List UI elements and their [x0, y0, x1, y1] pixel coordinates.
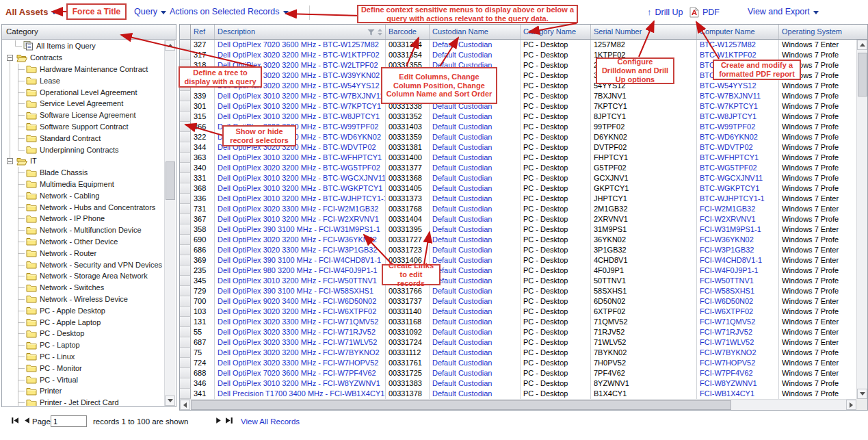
description-link[interactable]: Dell OptiPlex 390 3100 MHz - FCI-W31M9PS…: [218, 225, 380, 233]
computer-name-link[interactable]: BTC-W8JPTCY1: [700, 112, 757, 120]
row-selector[interactable]: [180, 204, 191, 214]
grid-vertical-scrollbar[interactable]: [856, 40, 867, 399]
tree-item[interactable]: PC - Linux: [3, 351, 163, 363]
computer-name-link[interactable]: FCI-W6XTPF02: [700, 307, 753, 315]
tree-item[interactable]: Multimedia Equipment: [3, 179, 163, 190]
custodian-link[interactable]: Default Custodian: [432, 389, 492, 398]
custodian-link[interactable]: Default Custodian: [432, 112, 492, 120]
row-selector[interactable]: [180, 153, 191, 163]
row-selector[interactable]: [180, 389, 191, 399]
tree-item[interactable]: Software License Agreement: [3, 109, 163, 121]
query-title-dropdown[interactable]: All Assets: [5, 7, 57, 17]
tree-collapse-icon[interactable]: [7, 158, 13, 164]
tree-item[interactable]: PC - Apple Laptop: [3, 316, 163, 328]
custodian-link[interactable]: Default Custodian: [432, 40, 492, 49]
description-link[interactable]: Dell OptiPlex 3020 3200 MHz - FCI-W36YKN…: [218, 235, 377, 244]
computer-name-link[interactable]: FCI-W7PF4V62: [700, 369, 753, 377]
tree-item[interactable]: Service Level Agreement: [3, 98, 163, 109]
row-selector[interactable]: [180, 327, 191, 337]
custodian-link[interactable]: Default Custodian: [432, 338, 492, 346]
computer-name-link[interactable]: BTC-WDVTP02: [700, 143, 753, 151]
computer-name-link[interactable]: BTC-WJHPTCY1-1: [700, 194, 765, 203]
actions-menu-dropdown[interactable]: Actions on Selected Records: [170, 7, 289, 16]
grid-horizontal-scrollbar[interactable]: [180, 399, 856, 410]
page-input[interactable]: [51, 415, 87, 427]
view-all-records-link[interactable]: View All Records: [241, 417, 300, 426]
tree-item[interactable]: Network - Switches: [3, 282, 163, 294]
row-selector[interactable]: [180, 132, 191, 142]
tree-item[interactable]: Contracts: [3, 52, 163, 64]
custodian-link[interactable]: Default Custodian: [432, 174, 492, 182]
computer-name-link[interactable]: BTC-WGKPTCY1: [700, 184, 759, 192]
description-link[interactable]: Dell OptiPlex 3010 3200 MHz - BTC-WFHPTC…: [218, 153, 382, 161]
description-link[interactable]: Dell OptiPlex 980 3200 MHz - FCI-W4F0J9P…: [218, 266, 378, 274]
tree-item[interactable]: Hardware Maintenance Contract: [3, 64, 163, 75]
computer-name-link[interactable]: FCI-WB1X4CY1: [700, 389, 754, 398]
tree-item[interactable]: Network - Multifunction Device: [3, 224, 163, 236]
tree-item[interactable]: PC - Laptop: [3, 339, 163, 351]
description-link[interactable]: Dell OptiPlex 3010 3200 MHz - BTC-WGKPTC…: [218, 184, 382, 192]
description-link[interactable]: Dell OptiPlex 3010 3200 MHz - BTC-WGCXJN…: [218, 174, 386, 182]
tree-item[interactable]: Printer: [3, 385, 163, 397]
computer-name-link[interactable]: BTC-W54YYS12: [700, 81, 757, 90]
custodian-link[interactable]: Default Custodian: [432, 246, 492, 254]
row-selector[interactable]: [180, 173, 191, 183]
tree-item[interactable]: PC - Monitor: [3, 362, 163, 374]
tree-item[interactable]: All Items in Query: [3, 40, 163, 52]
custodian-link[interactable]: Default Custodian: [432, 164, 492, 172]
description-link[interactable]: Dell OptiPlex 3020 3200 MHz - FCI-W7BYKN…: [218, 348, 380, 357]
custodian-link[interactable]: Default Custodian: [432, 225, 492, 233]
computer-name-link[interactable]: FCI-W31M9PS1-1: [700, 225, 761, 233]
row-selector[interactable]: [180, 163, 191, 173]
scroll-down-icon[interactable]: [165, 396, 175, 406]
grid-vscrollbar-thumb[interactable]: [858, 53, 867, 96]
computer-name-link[interactable]: FCI-W71WLV52: [700, 338, 754, 346]
computer-name-link[interactable]: BTC-W99TPF02: [700, 122, 755, 131]
description-link[interactable]: Dell OptiPlex 3010 3200 MHz - BTC-W8JPTC…: [218, 112, 380, 120]
row-selector[interactable]: [180, 358, 191, 368]
custodian-link[interactable]: Default Custodian: [432, 307, 492, 315]
row-selector[interactable]: [180, 368, 191, 378]
custodian-link[interactable]: Default Custodian: [432, 122, 492, 131]
column-header-category[interactable]: Category Name: [521, 25, 591, 39]
tree-item[interactable]: Operational Level Agreement: [3, 86, 163, 98]
tree-item[interactable]: Underpinning Contracts: [3, 144, 163, 155]
description-link[interactable]: Dell OptiPlex 3010 3200 MHz - BTC-W7BXJN…: [218, 92, 384, 100]
description-link[interactable]: Dell OptiPlex 3010 3200 MHz - FCI-W8YZWN…: [218, 379, 380, 387]
computer-name-link[interactable]: FCI-W2M1GB32: [700, 205, 755, 213]
computer-name-link[interactable]: FCI-W6D50N02: [700, 297, 753, 305]
sort-icon[interactable]: [377, 28, 383, 36]
computer-name-link[interactable]: FCI-W2XRVNV1: [700, 215, 756, 223]
row-selector[interactable]: [180, 101, 191, 112]
tree-item[interactable]: Network - Storage Area Network: [3, 270, 163, 282]
custodian-link[interactable]: Default Custodian: [432, 318, 492, 326]
custodian-link[interactable]: Default Custodian: [432, 256, 492, 264]
description-link[interactable]: Dell OptiPlex 3020 3200 MHz - FCI-W6XTPF…: [218, 307, 376, 315]
row-selector[interactable]: [180, 266, 191, 276]
description-link[interactable]: Dell OptiPlex 3010 3200 MHz - BTC-W7KPTC…: [218, 102, 381, 110]
column-header-custodian[interactable]: Custodian Name: [430, 25, 521, 39]
custodian-link[interactable]: Default Custodian: [432, 194, 492, 203]
computer-name-link[interactable]: BTC-W7KPTCY1: [700, 102, 758, 110]
column-header-barcode[interactable]: Barcode: [386, 25, 430, 39]
tree-item[interactable]: Network - Router: [3, 247, 163, 259]
custodian-link[interactable]: Default Custodian: [432, 51, 492, 59]
custodian-link[interactable]: Default Custodian: [432, 184, 492, 192]
pdf-button[interactable]: PDF: [689, 7, 720, 18]
computer-name-link[interactable]: BTC-WG5TPF02: [700, 164, 757, 172]
computer-name-link[interactable]: FCI-W50TTNV1: [700, 276, 754, 285]
tree-item[interactable]: Network - Security and VPN Devices: [3, 259, 163, 270]
tree-item[interactable]: Printer - Jet Direct Card: [3, 397, 163, 406]
first-page-button[interactable]: [10, 416, 19, 425]
custodian-link[interactable]: Default Custodian: [432, 266, 492, 274]
description-link[interactable]: Dell OptiPlex 390 3100 MHz - FCI-W58SXHS…: [218, 287, 373, 295]
description-link[interactable]: Dell OptiPlex 3010 3200 MHz - BTC-WJHPTC…: [218, 194, 386, 203]
custodian-link[interactable]: Default Custodian: [432, 297, 492, 305]
description-link[interactable]: Dell OptiPlex 3010 3200 MHz - FCI-W2XRVN…: [218, 215, 379, 223]
description-link[interactable]: Dell OptiPlex 9020 3400 MHz - FCI-W6D50N…: [218, 297, 376, 305]
description-link[interactable]: Dell OptiPlex 3020 3300 MHz - FCI-W71WLV…: [218, 338, 377, 346]
row-selector[interactable]: [180, 286, 191, 296]
custodian-link[interactable]: Default Custodian: [432, 215, 492, 223]
tree-scrollbar-thumb[interactable]: [166, 161, 175, 200]
grid-hscrollbar-thumb[interactable]: [191, 400, 731, 410]
